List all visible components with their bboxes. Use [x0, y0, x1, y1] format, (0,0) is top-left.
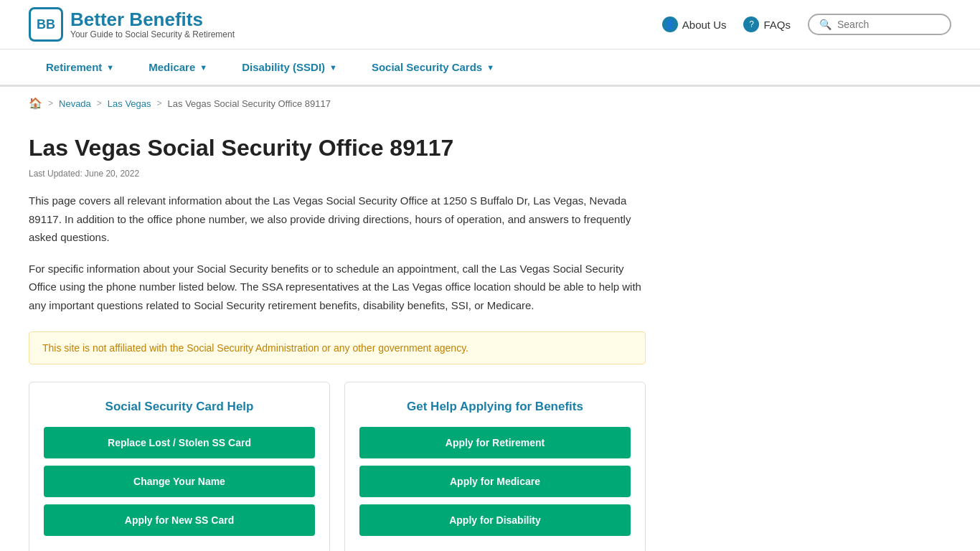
logo-title: Better Benefits — [70, 9, 235, 30]
apply-for-retirement-btn[interactable]: Apply for Retirement — [359, 427, 631, 458]
nav-item-disability[interactable]: Disability (SSDI) ▼ — [225, 50, 354, 87]
apply-for-new-ss-card-btn[interactable]: Apply for New SS Card — [44, 504, 315, 536]
apply-for-disability-btn[interactable]: Apply for Disability — [359, 504, 631, 536]
breadcrumb: 🏠 > Nevada > Las Vegas > Las Vegas Socia… — [0, 87, 980, 120]
nav-item-social-security-cards[interactable]: Social Security Cards ▼ — [354, 50, 512, 87]
faqs-label: FAQs — [763, 19, 791, 31]
intro-paragraph-1: This page covers all relevant informatio… — [29, 192, 646, 247]
logo-subtitle: Your Guide to Social Security & Retireme… — [70, 29, 235, 39]
nav-item-medicare[interactable]: Medicare ▼ — [131, 50, 225, 87]
logo-icon: BB — [29, 7, 63, 42]
home-icon[interactable]: 🏠 — [29, 97, 42, 110]
breadcrumb-sep: > — [48, 98, 53, 108]
main-content: Las Vegas Social Security Office 89117 L… — [0, 120, 674, 551]
nav-item-retirement[interactable]: Retirement ▼ — [29, 50, 131, 87]
nav-bar: Retirement ▼ Medicare ▼ Disability (SSDI… — [0, 50, 980, 87]
chevron-down-icon: ▼ — [106, 63, 114, 72]
replace-lost-stolen-btn[interactable]: Replace Lost / Stolen SS Card — [44, 427, 315, 458]
last-updated: Last Updated: June 20, 2022 — [29, 169, 646, 179]
card-get-help-applying: Get Help Applying for Benefits Apply for… — [344, 382, 646, 551]
intro-paragraph-2: For specific information about your Soci… — [29, 260, 646, 315]
chevron-down-icon: ▼ — [329, 63, 337, 72]
header-nav: 👤 About Us ? FAQs 🔍 — [662, 14, 951, 35]
card-right-title: Get Help Applying for Benefits — [359, 400, 631, 414]
breadcrumb-current: Las Vegas Social Security Office 89117 — [168, 98, 331, 109]
logo-area: BB Better Benefits Your Guide to Social … — [29, 7, 235, 42]
warning-box: This site is not affiliated with the Soc… — [29, 331, 646, 364]
breadcrumb-sep: > — [157, 98, 162, 108]
header: BB Better Benefits Your Guide to Social … — [0, 0, 980, 50]
logo-text: Better Benefits Your Guide to Social Sec… — [70, 9, 235, 40]
about-us-label: About Us — [682, 19, 727, 31]
breadcrumb-nevada[interactable]: Nevada — [59, 98, 91, 109]
person-icon: 👤 — [662, 17, 678, 32]
card-left-title: Social Security Card Help — [44, 400, 315, 414]
chevron-down-icon: ▼ — [199, 63, 207, 72]
chevron-down-icon: ▼ — [486, 63, 494, 72]
search-icon: 🔍 — [819, 19, 831, 30]
cards-section: Social Security Card Help Replace Lost /… — [29, 382, 646, 551]
about-us-link[interactable]: 👤 About Us — [662, 17, 727, 32]
card-social-security-help: Social Security Card Help Replace Lost /… — [29, 382, 330, 551]
breadcrumb-las-vegas[interactable]: Las Vegas — [108, 98, 151, 109]
warning-text: This site is not affiliated with the Soc… — [42, 342, 468, 354]
faqs-link[interactable]: ? FAQs — [743, 17, 791, 32]
search-input[interactable] — [837, 19, 940, 30]
page-title: Las Vegas Social Security Office 89117 — [29, 134, 646, 161]
change-your-name-btn[interactable]: Change Your Name — [44, 466, 315, 497]
question-icon: ? — [743, 17, 759, 32]
apply-for-medicare-btn[interactable]: Apply for Medicare — [359, 466, 631, 497]
search-box[interactable]: 🔍 — [808, 14, 951, 35]
breadcrumb-sep: > — [97, 98, 102, 108]
